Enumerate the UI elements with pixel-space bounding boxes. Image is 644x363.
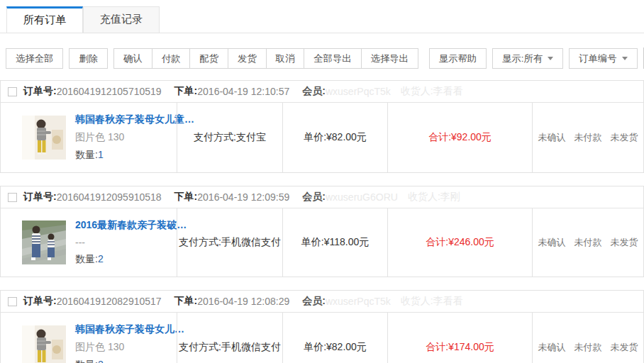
- order-header: 订单号: 2016041912105710519 下单: 2016-04-19 …: [1, 81, 643, 103]
- order-no-label: 订单号:: [23, 191, 57, 203]
- order-block: 订单号: 2016041912105710519 下单: 2016-04-19 …: [0, 80, 644, 173]
- product-qty: 数量:2: [75, 253, 172, 266]
- order-checkbox[interactable]: [8, 193, 17, 202]
- total-price-cell: 合计:¥92.00元: [387, 103, 532, 172]
- product-info: 韩国春秋亲子装母女儿… 图片色 130 数量:2: [75, 323, 172, 363]
- status-unconfirmed: 未确认: [538, 341, 566, 354]
- member-label: 会员:: [302, 85, 326, 98]
- order-time-value: 2016-04-19 12:08:29: [197, 296, 289, 307]
- confirm-button[interactable]: 确认: [113, 48, 152, 69]
- status-unshipped: 未发货: [611, 341, 638, 354]
- status-unshipped: 未发货: [611, 131, 638, 144]
- status-unpaid: 未付款: [574, 236, 602, 249]
- product-cell: 2016最新春款亲子装破… --- 数量:2: [1, 208, 177, 277]
- show-filter-label: 显示:所有: [502, 49, 543, 68]
- product-title-link[interactable]: 韩国春秋亲子装母女儿…: [75, 323, 172, 336]
- product-cell: 韩国春秋亲子装母女儿童… 图片色 130 数量:1: [1, 103, 177, 172]
- search-type-dropdown[interactable]: 订单编号: [569, 48, 637, 69]
- show-filter-dropdown[interactable]: 显示:所有: [492, 48, 563, 69]
- delete-button[interactable]: 删除: [69, 48, 108, 69]
- payment-method-cell: 支付方式:手机微信支付: [177, 208, 282, 277]
- member-value: wxuseruG6ORU: [326, 191, 398, 203]
- order-block: 订单号: 2016041912082910517 下单: 2016-04-19 …: [0, 290, 644, 363]
- status-unpaid: 未付款: [574, 131, 602, 144]
- allocate-button[interactable]: 配货: [189, 48, 228, 69]
- order-body: 韩国春秋亲子装母女儿童… 图片色 130 数量:1 支付方式:支付宝 单价:¥8…: [1, 103, 643, 172]
- toolbar: 选择全部 删除 确认 付款 配货 发货 取消 全部导出 选择导出 显示帮助 显示…: [0, 48, 644, 69]
- product-cell: 韩国春秋亲子装母女儿… 图片色 130 数量:2: [1, 313, 177, 363]
- order-no-value: 2016041912082910517: [57, 296, 162, 307]
- order-time-label: 下单:: [174, 295, 198, 308]
- status-unshipped: 未发货: [611, 236, 638, 249]
- tab-all-orders[interactable]: 所有订单: [6, 6, 83, 33]
- payment-method-cell: 支付方式:支付宝: [177, 103, 282, 172]
- chevron-down-icon: [548, 57, 553, 60]
- order-no-label: 订单号:: [23, 85, 57, 98]
- order-body: 韩国春秋亲子装母女儿… 图片色 130 数量:2 支付方式:手机微信支付 单价:…: [1, 313, 643, 363]
- action-button-group: 确认 付款 配货 发货 取消 全部导出 选择导出: [113, 48, 418, 69]
- order-time-value: 2016-04-19 12:10:57: [197, 86, 289, 97]
- product-variant: ---: [75, 237, 172, 248]
- receiver-value: 收货人:李看看: [401, 295, 463, 308]
- status-unconfirmed: 未确认: [538, 131, 566, 144]
- total-price-cell: 合计:¥174.00元: [387, 313, 532, 363]
- product-image[interactable]: [22, 220, 66, 264]
- total-price-cell: 合计:¥246.00元: [387, 208, 532, 277]
- select-all-button[interactable]: 选择全部: [6, 48, 63, 69]
- product-variant: 图片色 130: [75, 131, 172, 144]
- product-variant: 图片色 130: [75, 341, 172, 354]
- unit-price-cell: 单价:¥82.00元: [282, 313, 387, 363]
- product-info: 2016最新春款亲子装破… --- 数量:2: [75, 219, 172, 266]
- order-time-value: 2016-04-19 12:09:59: [197, 191, 289, 203]
- status-unpaid: 未付款: [574, 341, 602, 354]
- order-no-value: 2016041912105710519: [57, 86, 162, 97]
- order-header: 订单号: 2016041912095910518 下单: 2016-04-19 …: [1, 186, 643, 208]
- order-time-label: 下单:: [174, 191, 198, 203]
- status-cell: 未确认 未付款 未发货: [532, 313, 643, 363]
- order-checkbox[interactable]: [8, 297, 17, 306]
- search-type-label: 订单编号: [579, 49, 616, 68]
- member-value: wxuserPqcT5k: [326, 296, 391, 307]
- order-no-label: 订单号:: [23, 295, 57, 308]
- chevron-down-icon: [622, 57, 628, 60]
- cancel-button[interactable]: 取消: [266, 48, 305, 69]
- status-cell: 未确认 未付款 未发货: [532, 103, 643, 172]
- product-info: 韩国春秋亲子装母女儿童… 图片色 130 数量:1: [75, 113, 172, 162]
- tab-recharge-records[interactable]: 充值记录: [83, 6, 160, 33]
- product-title-link[interactable]: 韩国春秋亲子装母女儿童…: [75, 113, 172, 126]
- product-qty: 数量:2: [75, 359, 172, 363]
- member-value: wxuserPqcT5k: [326, 86, 391, 97]
- export-all-button[interactable]: 全部导出: [304, 48, 361, 69]
- member-label: 会员:: [302, 191, 326, 203]
- order-body: 2016最新春款亲子装破… --- 数量:2 支付方式:手机微信支付 单价:¥1…: [1, 208, 643, 277]
- pay-button[interactable]: 付款: [152, 48, 191, 69]
- status-cell: 未确认 未付款 未发货: [532, 208, 643, 277]
- member-label: 会员:: [302, 295, 326, 308]
- receiver-value: 收货人:李刚: [408, 191, 460, 203]
- receiver-value: 收货人:李看看: [401, 85, 463, 98]
- product-image[interactable]: [22, 116, 66, 160]
- tab-bar: 所有订单 充值记录: [0, 6, 644, 33]
- order-no-value: 2016041912095910518: [57, 191, 162, 203]
- payment-method-cell: 支付方式:手机微信支付: [177, 313, 282, 363]
- order-header: 订单号: 2016041912082910517 下单: 2016-04-19 …: [1, 291, 643, 313]
- order-block: 订单号: 2016041912095910518 下单: 2016-04-19 …: [0, 186, 644, 277]
- order-time-label: 下单:: [174, 85, 198, 98]
- export-selected-button[interactable]: 选择导出: [361, 48, 418, 69]
- product-qty: 数量:1: [75, 149, 172, 162]
- unit-price-cell: 单价:¥118.00元: [282, 208, 387, 277]
- ship-button[interactable]: 发货: [228, 48, 267, 69]
- order-checkbox[interactable]: [8, 87, 17, 96]
- status-unconfirmed: 未确认: [538, 236, 566, 249]
- product-title-link[interactable]: 2016最新春款亲子装破…: [75, 219, 172, 232]
- product-image[interactable]: [22, 325, 66, 363]
- show-help-button[interactable]: 显示帮助: [429, 48, 487, 69]
- unit-price-cell: 单价:¥82.00元: [282, 103, 387, 172]
